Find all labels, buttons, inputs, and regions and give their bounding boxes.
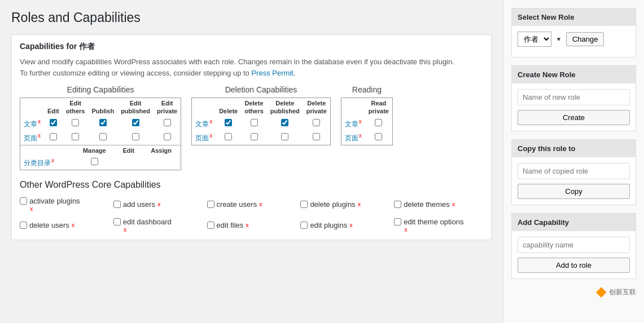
delete-x[interactable]: x — [72, 222, 75, 228]
post-type-link[interactable]: 文章 — [195, 120, 209, 128]
edit-private-checkbox[interactable] — [164, 133, 171, 140]
taxonomy-link[interactable]: 分类目录 — [24, 159, 51, 167]
table-row: 页面x — [20, 131, 181, 145]
press-permit-link[interactable]: Press Permit — [251, 69, 293, 77]
cap-label: delete users — [29, 221, 69, 229]
edit-checkbox[interactable] — [50, 119, 57, 126]
cap-checkbox[interactable] — [394, 218, 401, 225]
post-type-link[interactable]: 页面 — [195, 134, 209, 142]
delete-x[interactable]: x — [359, 132, 362, 139]
add-capability-title: Add Capability — [512, 214, 636, 231]
other-capabilities: Other WordPress Core Capabilities activa… — [20, 180, 483, 233]
capabilities-section: Capabilities for 作者 View and modify capa… — [11, 34, 492, 240]
delete-x[interactable]: x — [209, 118, 212, 125]
table-row: 文章x — [20, 117, 181, 131]
delete-published-checkbox[interactable] — [281, 133, 288, 140]
add-to-role-button[interactable]: Add to role — [518, 258, 630, 273]
delete-x[interactable]: x — [38, 118, 41, 125]
watermark: 🔶 创新互联 — [511, 287, 636, 298]
cap-checkbox[interactable] — [300, 201, 308, 208]
capability-name-input[interactable] — [518, 237, 630, 253]
edit-published-checkbox[interactable] — [132, 119, 139, 126]
delete-others-checkbox[interactable] — [251, 119, 258, 126]
cap-checkbox[interactable] — [394, 201, 401, 208]
cap-label: edit plugins — [310, 221, 347, 229]
editing-capabilities-group: Editing Capabilities Edit Editothers Pub… — [20, 85, 181, 172]
cap-label: edit files — [217, 221, 244, 229]
create-role-button[interactable]: Create — [518, 110, 630, 125]
select-new-role-section: Select New Role 作者 ▼ Change — [511, 8, 636, 57]
cap-item: edit plugins x — [300, 218, 389, 233]
new-role-name-input[interactable] — [518, 89, 630, 105]
cap-item: edit files x — [207, 218, 296, 233]
copy-role-title: Copy this role to — [512, 140, 636, 157]
table-row: 页面x — [341, 131, 392, 145]
edit-private-checkbox[interactable] — [164, 119, 171, 126]
delete-private-checkbox[interactable] — [313, 119, 320, 126]
cap-label: delete themes — [404, 200, 450, 209]
delete-x[interactable]: x — [209, 132, 212, 139]
delete-x[interactable]: x — [246, 222, 249, 228]
edit-others-checkbox[interactable] — [72, 119, 79, 126]
editing-extra-table: Manage Edit Assign 分类目录x — [20, 145, 181, 170]
delete-others-checkbox[interactable] — [251, 133, 258, 140]
role-select[interactable]: 作者 — [518, 32, 551, 47]
cap-checkbox[interactable] — [113, 218, 121, 225]
delete-checkbox[interactable] — [225, 119, 232, 126]
delete-x[interactable]: x — [157, 201, 161, 207]
cap-checkbox[interactable] — [20, 197, 27, 205]
cap-checkbox[interactable] — [113, 201, 121, 208]
delete-x[interactable]: x — [452, 201, 455, 207]
deletion-table: Delete Deleteothers Deletepublished Dele… — [192, 98, 330, 145]
cap-checkbox[interactable] — [207, 222, 214, 229]
delete-x[interactable]: x — [404, 226, 483, 233]
copy-role-button[interactable]: Copy — [518, 184, 630, 199]
publish-checkbox[interactable] — [99, 119, 107, 126]
change-button[interactable]: Change — [566, 32, 604, 46]
post-type-link[interactable]: 页面 — [345, 134, 358, 142]
edit-published-checkbox[interactable] — [132, 133, 139, 140]
cap-checkbox[interactable] — [207, 201, 214, 208]
read-private-checkbox[interactable] — [375, 119, 382, 126]
delete-x[interactable]: x — [349, 222, 353, 228]
delete-private-checkbox[interactable] — [313, 133, 320, 140]
reading-table: Readprivate 文章x 页面x — [341, 98, 392, 145]
editing-table: Edit Editothers Publish Editpublished Ed… — [20, 98, 181, 145]
cap-checkbox[interactable] — [20, 222, 27, 229]
cap-item: add users x — [113, 197, 203, 212]
copied-role-name-input[interactable] — [518, 163, 630, 179]
post-type-link[interactable]: 文章 — [345, 120, 358, 128]
delete-checkbox[interactable] — [225, 133, 232, 140]
cap-label: edit dashboard — [123, 218, 172, 226]
table-row: 分类目录x — [20, 156, 181, 170]
delete-x[interactable]: x — [259, 201, 262, 207]
cap-item: delete plugins x — [300, 197, 389, 212]
delete-x[interactable]: x — [51, 157, 54, 163]
publish-checkbox[interactable] — [99, 133, 107, 140]
post-type-link[interactable]: 页面 — [24, 134, 37, 142]
table-row: 文章x — [192, 117, 330, 131]
cap-item: delete themes x — [394, 197, 483, 212]
delete-x[interactable]: x — [358, 201, 361, 207]
reading-title: Reading — [341, 85, 393, 94]
edit-others-checkbox[interactable] — [72, 133, 79, 140]
cap-checkbox[interactable] — [300, 222, 308, 229]
capabilities-heading: Capabilities for 作者 — [20, 42, 483, 52]
delete-x[interactable]: x — [38, 132, 41, 139]
post-type-link[interactable]: 文章 — [24, 120, 37, 128]
delete-published-checkbox[interactable] — [281, 119, 288, 126]
read-private-checkbox[interactable] — [375, 133, 382, 140]
select-arrow: ▼ — [556, 36, 562, 42]
edit-checkbox[interactable] — [50, 133, 57, 140]
cap-item: activate plugins x — [20, 197, 109, 212]
delete-x[interactable]: x — [124, 226, 203, 233]
manage-checkbox[interactable] — [91, 158, 98, 165]
delete-x[interactable]: x — [359, 118, 362, 125]
cap-label: create users — [217, 200, 257, 209]
delete-x[interactable]: x — [30, 205, 109, 212]
cap-label: delete plugins — [310, 200, 355, 209]
editing-title: Editing Capabilities — [20, 85, 181, 94]
reading-capabilities-group: Reading Readprivate 文章x — [341, 85, 393, 147]
add-capability-section: Add Capability Add to role — [511, 213, 636, 279]
info-text: View and modify capabilities WordPress a… — [20, 56, 483, 78]
